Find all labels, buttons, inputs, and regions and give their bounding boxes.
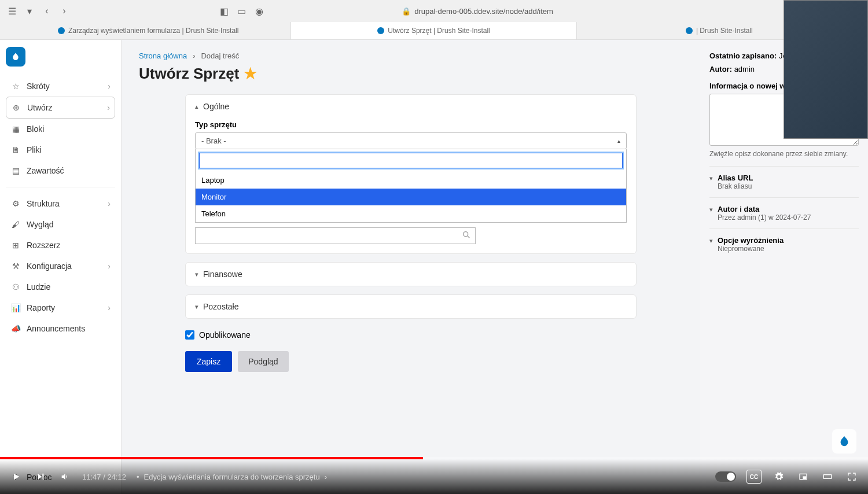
sidebar-item-konfiguracja[interactable]: ⚒Konfiguracja› — [6, 256, 115, 277]
volume-icon[interactable] — [58, 470, 72, 484]
reader-icon[interactable]: ▭ — [236, 5, 248, 17]
lock-icon: 🔒 — [402, 7, 411, 16]
chevron-right-icon: › — [325, 473, 327, 481]
extension-icon[interactable]: ◉ — [253, 5, 266, 17]
chevron-right-icon: › — [108, 303, 111, 312]
breadcrumb-add: Dodaj treść — [201, 51, 239, 60]
chevron-right-icon: › — [108, 82, 111, 91]
main-content: Strona główna › Dodaj treść Utwórz Sprzę… — [122, 40, 700, 494]
file-icon: 🗎 — [10, 145, 21, 154]
type-dropdown-search[interactable] — [199, 153, 623, 168]
type-option-laptop[interactable]: Laptop — [196, 172, 626, 189]
sidebar-item-raporty[interactable]: 📊Raporty› — [6, 297, 115, 318]
svg-rect-3 — [803, 477, 806, 478]
section-general-header[interactable]: ▴ Ogólne — [186, 95, 636, 118]
autoplay-toggle[interactable] — [715, 471, 736, 482]
sidebar-item-rozszerz[interactable]: ⊞Rozszerz — [6, 235, 115, 256]
browser-tab-1[interactable]: Utwórz Sprzęt | Drush Site-Install — [291, 22, 576, 39]
browser-tab-0[interactable]: Zarządzaj wyświetlaniem formularza | Dru… — [6, 22, 291, 39]
chevron-down-icon: ▾ — [709, 175, 713, 190]
section-financial: ▾ Finansowe — [185, 262, 637, 286]
star-icon[interactable]: ★ — [244, 65, 257, 83]
sidebar-toggle-icon[interactable]: ☰ — [6, 5, 19, 17]
plus-icon: ⊕ — [11, 103, 21, 112]
chevron-right-icon: › — [193, 51, 195, 60]
chevron-down-icon: ▾ — [709, 206, 713, 222]
webcam-overlay — [784, 0, 868, 139]
chevron-right-icon: › — [108, 199, 111, 208]
drupal-logo[interactable] — [6, 47, 25, 67]
theater-icon[interactable] — [821, 470, 834, 484]
revision-help: Zwięźle opisz dokonane przez siebie zmia… — [709, 150, 859, 158]
captions-icon[interactable]: CC — [746, 470, 762, 484]
type-select[interactable]: - Brak - ▴ — [195, 132, 627, 149]
shield-icon[interactable]: ◧ — [218, 5, 231, 17]
blocks-icon: ▦ — [10, 124, 21, 134]
progress-fill — [0, 457, 423, 459]
last-saved-label: Ostatnio zapisano: — [709, 51, 777, 60]
save-button[interactable]: Zapisz — [185, 351, 232, 372]
play-icon[interactable] — [9, 470, 23, 484]
type-dropdown: LaptopMonitorTelefon — [195, 149, 627, 223]
miniplayer-icon[interactable] — [796, 470, 810, 484]
sidebar-item-label: Zawartość — [27, 166, 64, 175]
tab-strip: Zarządzaj wyświetlaniem formularza | Dru… — [0, 22, 868, 39]
video-player: 11:47 / 24:12 • Edycja wyświetlania form… — [0, 459, 868, 494]
dropdown-icon[interactable]: ▾ — [23, 5, 36, 17]
chevron-right-icon: › — [108, 261, 111, 271]
type-option-telefon[interactable]: Telefon — [196, 205, 626, 222]
content-icon: ▤ — [10, 166, 21, 175]
sidebar-item-label: Wygląd — [27, 220, 54, 229]
sidebar-item-ludzie[interactable]: ⚇Ludzie — [6, 277, 115, 297]
sidebar-item-label: Utwórz — [27, 103, 53, 112]
sidebar-item-label: Ludzie — [27, 282, 50, 292]
preview-button[interactable]: Podgląd — [238, 351, 288, 372]
sidebar-item-wygląd[interactable]: 🖌Wygląd — [6, 214, 115, 235]
time-display: 11:47 / 24:12 — [82, 473, 126, 481]
aside-accordion-1[interactable]: ▾Autor i dataPrzez admin (1) w 2024-07-2… — [709, 197, 859, 228]
sidebar-item-struktura[interactable]: ⚙Struktura› — [6, 193, 115, 214]
url-text: drupal-demo-005.ddev.site/node/add/item — [414, 7, 553, 16]
sidebar-item-label: Pliki — [27, 145, 42, 154]
chapter-title[interactable]: • Edycja wyświetlania formularza do twor… — [137, 473, 327, 481]
settings-icon[interactable] — [772, 470, 786, 484]
sidebar-item-announcements[interactable]: 📣Announcements — [6, 318, 115, 339]
star-icon: ☆ — [10, 82, 21, 91]
brush-icon: 🖌 — [10, 220, 21, 229]
autocomplete-field — [195, 227, 627, 244]
sidebar-item-skróty[interactable]: ☆Skróty› — [6, 76, 115, 97]
chevron-down-icon: ▾ — [195, 271, 198, 278]
url-bar[interactable]: 🔒 drupal-demo-005.ddev.site/node/add/ite… — [270, 7, 685, 16]
sidebar-item-pliki[interactable]: 🗎Pliki — [6, 139, 115, 160]
published-checkbox[interactable] — [185, 330, 194, 340]
aside-accordion-0[interactable]: ▾Alias URLBrak aliasu — [709, 166, 859, 197]
sidebar-item-bloki[interactable]: ▦Bloki — [6, 119, 115, 139]
fullscreen-icon[interactable] — [845, 470, 859, 484]
breadcrumb: Strona główna › Dodaj treść — [139, 51, 683, 60]
sidebar-item-utwórz[interactable]: ⊕Utwórz› — [6, 97, 115, 119]
autocomplete-input[interactable] — [195, 227, 476, 244]
sidebar-item-label: Konfiguracja — [27, 261, 72, 271]
sidebar-item-label: Struktura — [27, 199, 60, 208]
back-icon[interactable]: ‹ — [41, 5, 53, 17]
author-label: Autor: — [709, 65, 732, 73]
breadcrumb-home[interactable]: Strona główna — [139, 51, 187, 60]
sidebar-item-zawartość[interactable]: ▤Zawartość — [6, 160, 115, 181]
channel-watermark[interactable] — [832, 429, 856, 454]
type-field-label: Typ sprzętu — [195, 120, 627, 129]
forward-icon[interactable]: › — [58, 5, 71, 17]
progress-bar[interactable] — [0, 457, 868, 459]
next-icon[interactable] — [34, 470, 47, 484]
chevron-down-icon: ▾ — [709, 237, 713, 253]
megaphone-icon: 📣 — [10, 324, 21, 333]
section-financial-header[interactable]: ▾ Finansowe — [186, 263, 636, 286]
type-option-monitor[interactable]: Monitor — [196, 189, 626, 205]
sidebar-item-label: Rozszerz — [27, 241, 60, 250]
structure-icon: ⚙ — [10, 199, 21, 208]
section-general: ▴ Ogólne Typ sprzętu - Brak - ▴ LaptopMo… — [185, 94, 637, 254]
aside-accordion-2[interactable]: ▾Opcje wyróżnieniaNiepromowane — [709, 228, 859, 260]
browser-toolbar: ☰ ▾ ‹ › ◧ ▭ ◉ 🔒 drupal-demo-005.ddev.sit… — [0, 0, 868, 22]
chevron-down-icon: ▾ — [195, 303, 198, 311]
section-other-header[interactable]: ▾ Pozostałe — [186, 295, 636, 318]
published-label: Opublikowane — [199, 330, 251, 340]
